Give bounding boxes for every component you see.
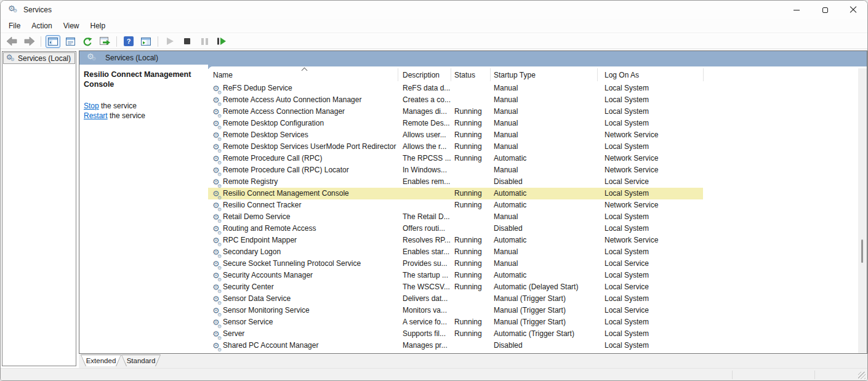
cell-name: Resilio Connect Management Console — [223, 188, 349, 199]
console-tree-panel: Services (Local) — [2, 51, 76, 366]
service-gear-icon — [212, 341, 222, 351]
services-app-icon — [8, 5, 18, 15]
stop-service-link[interactable]: Stop — [84, 102, 99, 110]
table-row[interactable]: ReFS Dedup ServiceReFS data d...ManualLo… — [208, 82, 703, 94]
export-list-button[interactable] — [97, 35, 112, 48]
cell-status: Running — [454, 118, 482, 129]
table-row[interactable]: Resilio Connect TrackerRunningAutomaticN… — [208, 199, 703, 211]
tab-extended[interactable]: Extended — [81, 355, 121, 366]
restart-service-button[interactable] — [214, 35, 229, 48]
vertical-scrollbar[interactable] — [858, 68, 867, 353]
table-row[interactable]: Secure Socket Tunneling Protocol Service… — [208, 258, 703, 270]
column-divider[interactable] — [398, 68, 398, 81]
table-row[interactable]: Remote Access Auto Connection ManagerCre… — [208, 94, 703, 106]
service-gear-icon — [212, 294, 222, 304]
cell-logon: Local System — [605, 340, 649, 351]
column-divider[interactable] — [703, 68, 704, 81]
window-controls — [782, 1, 867, 19]
service-gear-icon — [212, 142, 222, 152]
tab-standard[interactable]: Standard — [121, 355, 161, 366]
table-row[interactable]: Remote Procedure Call (RPC)The RPCSS ...… — [208, 153, 703, 164]
cell-logon: Local System — [605, 223, 649, 235]
cell-status: Running — [454, 106, 482, 118]
cell-status: Running — [454, 188, 482, 199]
minimize-icon — [794, 10, 800, 10]
service-gear-icon — [212, 318, 222, 327]
table-row[interactable]: Retail Demo ServiceThe Retail D...Manual… — [208, 211, 703, 223]
table-row[interactable]: Remote Procedure Call (RPC) LocatorIn Wi… — [208, 164, 703, 176]
console-tree-icon — [48, 38, 58, 46]
sidebar-item-services-local[interactable]: Services (Local) — [3, 52, 75, 64]
close-button[interactable] — [839, 1, 867, 19]
column-header-description[interactable]: Description — [403, 71, 440, 79]
minimize-button[interactable] — [782, 1, 811, 19]
menu-action[interactable]: Action — [26, 20, 57, 32]
cell-name: Remote Registry — [223, 176, 278, 188]
cell-logon: Local System — [605, 211, 649, 223]
help-button[interactable]: ? — [121, 35, 136, 48]
column-divider[interactable] — [597, 68, 598, 81]
column-header-status[interactable]: Status — [454, 71, 475, 79]
show-console-tree-button[interactable] — [46, 35, 60, 48]
cell-name: Retail Demo Service — [223, 211, 290, 223]
cell-startup: Manual (Trigger Start) — [494, 305, 566, 316]
table-row[interactable] — [208, 351, 703, 353]
service-actions: Stop the service Restart the service — [84, 101, 204, 121]
services-header-icon — [87, 53, 97, 63]
service-gear-icon — [212, 306, 222, 316]
stop-service-button[interactable] — [180, 35, 195, 48]
cell-name: Resilio Connect Tracker — [223, 199, 301, 211]
table-row[interactable]: Routing and Remote AccessOffers routi...… — [208, 223, 703, 235]
resize-grip-icon[interactable] — [858, 372, 866, 379]
cell-logon: Local Service — [605, 258, 649, 270]
cell-status: Running — [454, 281, 482, 293]
table-row[interactable]: Sensor Data ServiceDelivers dat...Manual… — [208, 293, 703, 305]
column-divider[interactable] — [490, 68, 491, 81]
table-row[interactable]: Secondary LogonEnables star...RunningMan… — [208, 246, 703, 258]
cell-status: Running — [454, 235, 482, 246]
table-row[interactable]: RPC Endpoint MapperResolves RP...Running… — [208, 235, 703, 246]
column-divider[interactable] — [451, 68, 451, 81]
menu-view[interactable]: View — [58, 20, 85, 32]
cell-logon: Network Service — [605, 164, 658, 176]
maximize-button[interactable] — [811, 1, 839, 19]
column-header-log-on-as[interactable]: Log On As — [605, 71, 639, 79]
cell-name: Sensor Monitoring Service — [223, 305, 310, 316]
menu-file[interactable]: File — [3, 20, 26, 32]
back-button[interactable] — [4, 35, 19, 48]
column-header-name[interactable]: Name — [213, 71, 233, 79]
menu-help[interactable]: Help — [85, 20, 111, 32]
cell-desc: Allows user... — [403, 129, 446, 141]
scrollbar-thumb[interactable] — [861, 239, 863, 263]
table-row[interactable]: Remote Desktop ConfigurationRemote Des..… — [208, 118, 703, 129]
cell-desc: Creates a co... — [403, 94, 451, 106]
table-row[interactable]: Security CenterThe WSCSV...RunningAutoma… — [208, 281, 703, 293]
cell-startup: Manual — [494, 129, 518, 141]
close-icon — [850, 6, 857, 14]
table-row[interactable]: Remote Desktop ServicesAllows user...Run… — [208, 129, 703, 141]
refresh-button[interactable] — [80, 35, 95, 48]
table-row[interactable]: Remote Desktop Services UserMode Port Re… — [208, 141, 703, 153]
restart-service-link[interactable]: Restart — [84, 111, 108, 120]
table-row[interactable]: Security Accounts ManagerThe startup ...… — [208, 270, 703, 281]
forward-button[interactable] — [22, 35, 36, 48]
properties-button[interactable] — [63, 35, 78, 48]
service-gear-icon — [212, 271, 222, 281]
table-row[interactable]: Resilio Connect Management ConsoleRunnin… — [208, 188, 703, 199]
start-service-button[interactable] — [163, 35, 177, 48]
pause-service-button[interactable] — [197, 35, 212, 48]
table-row[interactable]: Remote RegistryEnables rem...DisabledLoc… — [208, 176, 703, 188]
service-gear-icon — [212, 119, 222, 129]
status-bar — [1, 368, 867, 381]
table-row[interactable]: Sensor Monitoring ServiceMonitors va...M… — [208, 305, 703, 316]
forward-arrow-icon — [24, 37, 34, 46]
table-row[interactable]: Sensor ServiceA service fo...RunningManu… — [208, 316, 703, 328]
cell-name: Security Accounts Manager — [223, 270, 313, 281]
cell-startup: Manual — [494, 164, 518, 176]
show-action-pane-button[interactable] — [139, 35, 153, 48]
cell-desc: A service fo... — [403, 316, 447, 328]
table-row[interactable]: Shared PC Account ManagerManages pr...Di… — [208, 340, 703, 351]
column-header-startup-type[interactable]: Startup Type — [494, 71, 536, 79]
table-row[interactable]: Remote Access Connection ManagerManages … — [208, 106, 703, 118]
table-row[interactable]: ServerSupports fil...RunningAutomatic (T… — [208, 328, 703, 340]
